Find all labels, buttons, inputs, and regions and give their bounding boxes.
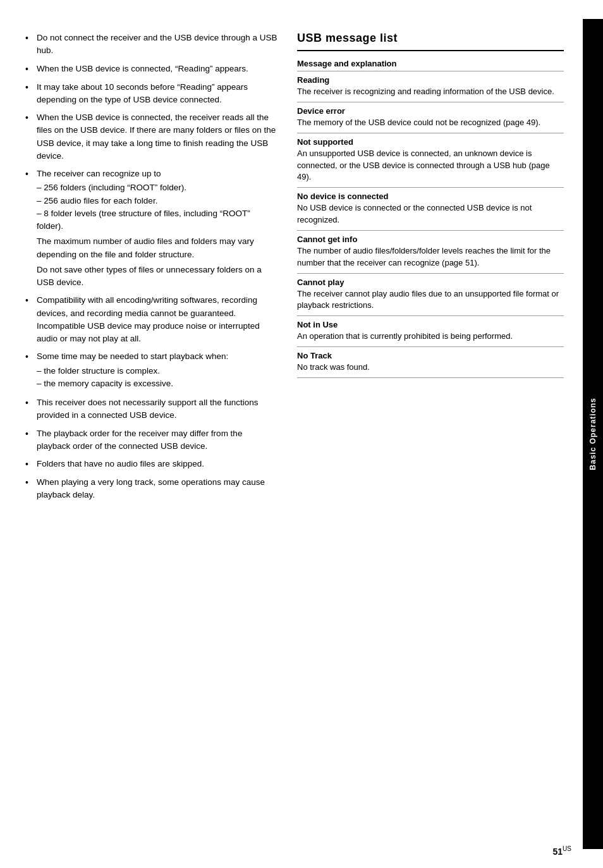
page-number: 51US — [553, 845, 571, 857]
msg-header: Message and explanation — [297, 56, 564, 71]
msg-entry: Not in UseAn operation that is currently… — [297, 316, 564, 347]
bullet-list: •Do not connect the receiver and the USB… — [25, 32, 278, 502]
msg-entry: No TrackNo track was found. — [297, 347, 564, 378]
list-item: •It may take about 10 seconds before “Re… — [25, 81, 278, 107]
msg-entry-title: Cannot get info — [297, 235, 564, 244]
msg-entry-title: Cannot play — [297, 278, 564, 287]
msg-entry-desc: The memory of the USB device could not b… — [297, 117, 564, 129]
list-item: •Do not connect the receiver and the USB… — [25, 32, 278, 58]
msg-entry-desc: The receiver is recognizing and reading … — [297, 86, 564, 98]
right-sidebar: Basic Operations — [583, 19, 603, 849]
list-item: •The receiver can recognize up to– 256 f… — [25, 168, 278, 289]
right-column: USB message list Message and explanation… — [291, 32, 564, 836]
msg-entry: Cannot playThe receiver cannot play audi… — [297, 274, 564, 317]
msg-entry-desc: No track was found. — [297, 362, 564, 374]
message-table: Message and explanation ReadingThe recei… — [297, 56, 564, 378]
msg-entry: Cannot get infoThe number of audio files… — [297, 231, 564, 274]
msg-entry-desc: The receiver cannot play audio files due… — [297, 288, 564, 312]
list-item: •Some time may be needed to start playba… — [25, 350, 278, 391]
section-title: USB message list — [297, 32, 564, 45]
msg-entry-title: No device is connected — [297, 192, 564, 201]
list-item: •Folders that have no audio files are sk… — [25, 458, 278, 471]
msg-entry: Not supportedAn unsupported USB device i… — [297, 133, 564, 188]
list-item: •When playing a very long track, some op… — [25, 476, 278, 502]
list-item: •Compatibility with all encoding/writing… — [25, 294, 278, 345]
msg-entry: ReadingThe receiver is recognizing and r… — [297, 71, 564, 102]
list-item: •When the USB device is connected, “Read… — [25, 63, 278, 76]
msg-entry-title: Reading — [297, 75, 564, 85]
msg-entry-desc: An unsupported USB device is connected, … — [297, 148, 564, 184]
msg-entry: No device is connectedNo USB device is c… — [297, 188, 564, 231]
list-item: •The playback order for the receiver may… — [25, 427, 278, 453]
msg-entry-title: Not in Use — [297, 320, 564, 329]
list-item: •This receiver does not necessarily supp… — [25, 396, 278, 422]
msg-entry-desc: No USB device is connected or the connec… — [297, 202, 564, 226]
msg-entry-desc: An operation that is currently prohibite… — [297, 331, 564, 343]
msg-entry-title: Not supported — [297, 137, 564, 147]
msg-entry-title: No Track — [297, 351, 564, 360]
msg-entry-desc: The number of audio files/folders/folder… — [297, 245, 564, 269]
msg-entry-title: Device error — [297, 106, 564, 116]
left-column: •Do not connect the receiver and the USB… — [25, 32, 291, 836]
sidebar-label: Basic Operations — [588, 398, 597, 470]
msg-entry: Device errorThe memory of the USB device… — [297, 102, 564, 133]
list-item: •When the USB device is connected, the r… — [25, 111, 278, 162]
